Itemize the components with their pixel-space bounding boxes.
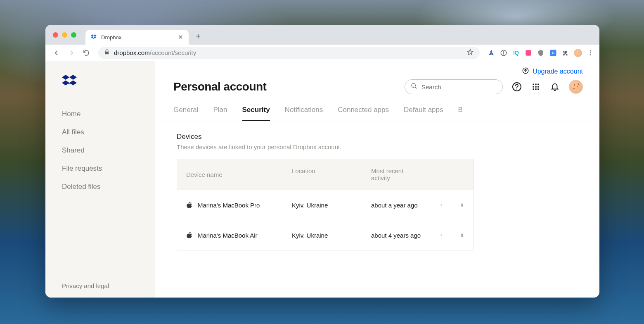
- reload-button[interactable]: [80, 47, 92, 59]
- device-row: Marina's MacBook Air Kyiv, Ukraine about…: [177, 220, 474, 250]
- device-location: Kyiv, Ukraine: [283, 191, 362, 219]
- extension-icon-3[interactable]: IQ: [512, 49, 520, 57]
- profile-avatar-small[interactable]: [574, 49, 582, 57]
- devices-description: These devices are linked to your persona…: [177, 143, 581, 150]
- svg-rect-14: [535, 84, 536, 85]
- url-text: dropbox.com/account/security: [114, 49, 196, 56]
- device-name: Marina's MacBook Pro: [198, 202, 260, 209]
- sidebar: Home All files Shared File requests Dele…: [45, 61, 155, 298]
- device-name: Marina's MacBook Air: [198, 232, 258, 239]
- new-tab-button[interactable]: +: [192, 30, 204, 43]
- apple-icon: [186, 202, 193, 208]
- browser-window: Dropbox ✕ + dropbox.com/account/security: [45, 25, 599, 298]
- svg-rect-21: [537, 88, 539, 90]
- dropbox-favicon: [90, 33, 98, 41]
- column-activity: Most recent activity: [362, 159, 431, 190]
- sidebar-item-home[interactable]: Home: [45, 105, 155, 123]
- tab-notifications[interactable]: Notifications: [285, 106, 323, 121]
- tab-connected-apps[interactable]: Connected apps: [338, 106, 389, 121]
- help-button[interactable]: [512, 82, 522, 92]
- extension-icon-6[interactable]: G: [549, 49, 557, 57]
- tab-close-button[interactable]: ✕: [177, 34, 184, 40]
- extensions-menu-icon[interactable]: [561, 49, 570, 57]
- upgrade-row: Upgrade account: [155, 61, 599, 76]
- column-actions: [431, 159, 453, 190]
- devices-section: Devices These devices are linked to your…: [155, 121, 599, 250]
- apple-icon: [186, 232, 193, 238]
- device-location: Kyiv, Ukraine: [283, 221, 362, 250]
- search-input[interactable]: [421, 83, 497, 91]
- sidebar-item-shared[interactable]: Shared: [45, 141, 155, 160]
- apps-grid-button[interactable]: [531, 82, 541, 92]
- device-info-button[interactable]: [431, 220, 451, 250]
- device-row: Marina's MacBook Pro Kyiv, Ukraine about…: [177, 190, 474, 220]
- device-activity: about 4 years ago: [362, 221, 431, 250]
- devices-title: Devices: [177, 133, 581, 141]
- sidebar-item-all-files[interactable]: All files: [45, 123, 155, 141]
- svg-rect-3: [526, 50, 531, 56]
- svg-rect-19: [533, 88, 534, 90]
- browser-tab[interactable]: Dropbox ✕: [85, 30, 189, 45]
- account-avatar[interactable]: [569, 80, 583, 94]
- upgrade-account-label: Upgrade account: [533, 68, 583, 75]
- svg-rect-17: [535, 86, 536, 87]
- page-content: Home All files Shared File requests Dele…: [45, 61, 599, 298]
- column-location: Location: [283, 159, 362, 190]
- search-box[interactable]: [405, 79, 503, 94]
- device-info-button[interactable]: [431, 190, 451, 220]
- sidebar-item-deleted-files[interactable]: Deleted files: [45, 178, 155, 196]
- column-device-name: Device name: [177, 159, 283, 190]
- tab-security[interactable]: Security: [242, 106, 270, 121]
- extension-icons: IQ G: [487, 49, 594, 57]
- device-delete-button[interactable]: [451, 190, 473, 220]
- extension-icon-4[interactable]: [524, 49, 533, 57]
- window-close-button[interactable]: [53, 32, 58, 38]
- svg-point-10: [412, 83, 415, 87]
- main-panel: Upgrade account Personal account: [155, 61, 599, 298]
- window-controls: [53, 32, 76, 38]
- sidebar-item-file-requests[interactable]: File requests: [45, 160, 155, 178]
- window-maximize-button[interactable]: [71, 32, 76, 38]
- browser-menu-button[interactable]: [586, 49, 594, 57]
- sidebar-footer-link[interactable]: Privacy and legal: [45, 282, 155, 289]
- upgrade-icon: [522, 67, 529, 76]
- svg-rect-20: [535, 88, 536, 90]
- sidebar-nav: Home All files Shared File requests Dele…: [45, 105, 155, 196]
- tab-general[interactable]: General: [173, 106, 198, 121]
- svg-point-8: [590, 54, 591, 55]
- window-minimize-button[interactable]: [62, 32, 67, 38]
- notifications-button[interactable]: [550, 82, 560, 92]
- settings-tabs: General Plan Security Notifications Conn…: [155, 94, 599, 121]
- svg-rect-1: [503, 52, 504, 54]
- device-delete-button[interactable]: [451, 220, 473, 250]
- search-icon: [411, 83, 417, 91]
- tab-default-apps[interactable]: Default apps: [404, 106, 443, 121]
- device-activity: about a year ago: [362, 191, 431, 219]
- upgrade-account-link[interactable]: Upgrade account: [522, 67, 583, 76]
- extension-icon-2[interactable]: [500, 49, 508, 57]
- extension-icon-5[interactable]: [537, 49, 545, 57]
- tab-plan[interactable]: Plan: [213, 106, 227, 121]
- browser-tab-title: Dropbox: [101, 34, 174, 40]
- forward-button[interactable]: [65, 47, 78, 59]
- extension-icon-1[interactable]: [487, 49, 495, 57]
- devices-table-header: Device name Location Most recent activit…: [177, 159, 474, 190]
- page-title: Personal account: [173, 80, 266, 93]
- browser-tab-strip: Dropbox ✕ +: [45, 25, 599, 45]
- bookmark-star-icon[interactable]: [466, 48, 474, 57]
- svg-rect-16: [533, 86, 534, 87]
- dropbox-logo[interactable]: [62, 74, 155, 89]
- svg-rect-15: [537, 84, 539, 85]
- svg-rect-18: [537, 86, 539, 87]
- back-button[interactable]: [50, 47, 63, 59]
- browser-toolbar: dropbox.com/account/security IQ G: [45, 45, 599, 61]
- svg-point-6: [590, 50, 591, 52]
- svg-rect-13: [533, 84, 534, 85]
- address-bar[interactable]: dropbox.com/account/security: [98, 47, 480, 59]
- svg-text:G: G: [552, 51, 554, 55]
- lock-icon: [104, 49, 110, 57]
- tab-overflow[interactable]: B: [458, 106, 463, 121]
- header-row: Personal account: [155, 76, 599, 94]
- devices-table: Device name Location Most recent activit…: [177, 159, 474, 250]
- svg-point-2: [503, 51, 504, 52]
